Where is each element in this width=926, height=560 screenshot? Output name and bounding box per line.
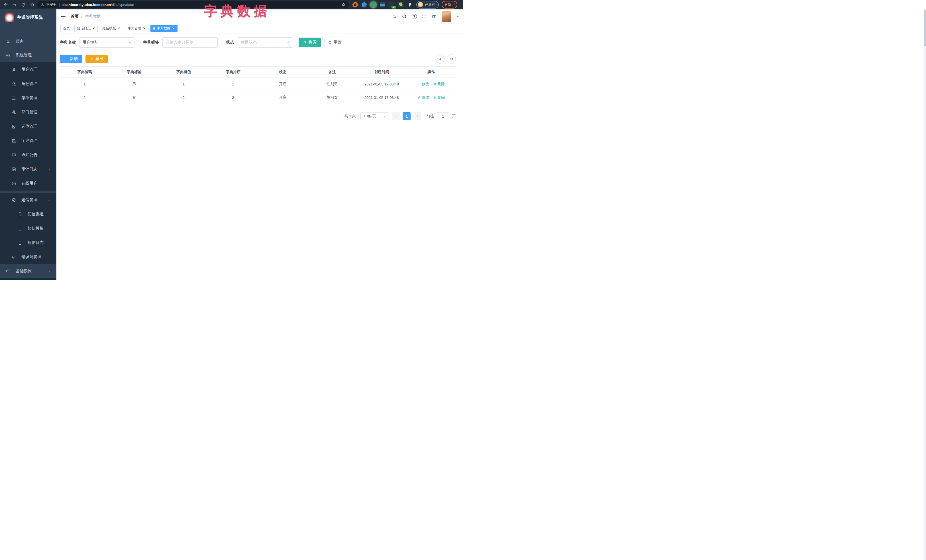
current-page-button[interactable]: 1 <box>402 112 410 120</box>
search-icon <box>438 57 442 61</box>
browser-reload-icon[interactable] <box>21 2 26 7</box>
sidebar-item[interactable]: 部门管理 <box>0 105 56 119</box>
breadcrumb-current: 字典数据 <box>85 14 101 19</box>
edit-link[interactable]: 修改 <box>418 82 429 87</box>
edit-link-label: 修改 <box>422 95 429 100</box>
edit-link[interactable]: 修改 <box>418 95 429 100</box>
sidebar-item[interactable]: 错误码管理 <box>0 250 56 264</box>
fullscreen-icon[interactable] <box>422 14 427 19</box>
help-icon[interactable]: ? <box>412 14 417 19</box>
browser-update-button[interactable]: 更新 <box>442 1 457 9</box>
sidebar-item[interactable]: 短信模板 <box>0 221 56 235</box>
reset-button[interactable]: 重置 <box>324 38 345 47</box>
chevron-up-icon <box>48 198 51 202</box>
cell-remark: 性别男 <box>307 77 357 91</box>
tag-item[interactable]: 短信模板 <box>100 25 123 32</box>
app-title: 芋道管理系统 <box>17 15 43 20</box>
chevron-up-icon <box>48 54 51 57</box>
refresh-table-button[interactable] <box>447 54 456 63</box>
export-button[interactable]: 导出 <box>85 55 108 63</box>
user-avatar[interactable] <box>442 11 451 22</box>
browser-back-icon[interactable] <box>3 2 8 7</box>
delete-link[interactable]: 删除 <box>433 95 445 100</box>
users-icon <box>11 82 16 86</box>
delete-link[interactable]: 删除 <box>433 82 445 87</box>
header-search-icon[interactable] <box>392 14 397 19</box>
address-bar[interactable]: 不安全 dashboard.yudao.iocoder.cn /dict/typ… <box>37 1 349 8</box>
tag-active[interactable]: 字典数据 <box>150 25 177 32</box>
sidebar-item-label: 用户管理 <box>21 67 37 72</box>
tag-item[interactable]: 首页 <box>61 25 73 32</box>
font-size-icon[interactable]: tT <box>432 14 436 19</box>
edit-icon <box>418 96 421 99</box>
dict-name-select[interactable]: 用户性别 <box>79 37 135 48</box>
trash-icon <box>433 96 436 99</box>
goto-label: 前往 <box>427 114 434 119</box>
column-header: 字典标签 <box>109 66 159 77</box>
extension-icon-tabs[interactable] <box>380 2 385 8</box>
close-icon[interactable] <box>172 27 175 30</box>
app-logo[interactable]: 芋道管理系统 <box>0 9 56 25</box>
sidebar-item[interactable]: 短信日志 <box>0 235 56 250</box>
extensions-puzzle-icon[interactable] <box>407 2 412 8</box>
goto-page-input[interactable]: 1 <box>437 112 449 120</box>
browser-forward-icon[interactable] <box>12 2 17 7</box>
bookmark-star-icon[interactable] <box>341 3 346 7</box>
sidebar-item[interactable]: 通知公告 <box>0 148 56 162</box>
sidebar-item-label: 岗位管理 <box>21 124 37 129</box>
sidebar-item[interactable]: 岗位管理 <box>0 119 56 134</box>
sidebar-toggle-icon[interactable] <box>61 14 66 20</box>
column-header: 备注 <box>307 66 357 77</box>
sidebar-item-label: 短信渠道 <box>28 211 44 217</box>
monitor-icon <box>6 269 11 274</box>
extension-icon-gem[interactable] <box>362 2 367 8</box>
sidebar-item[interactable]: 短信管理 <box>0 193 56 207</box>
cell-sort: 2 <box>208 91 258 104</box>
prev-page-button[interactable] <box>392 112 400 120</box>
close-icon[interactable] <box>117 27 121 30</box>
search-button[interactable]: 搜索 <box>299 38 321 47</box>
column-header: 字典键值 <box>159 66 209 77</box>
extension-icon-plant[interactable] <box>398 2 404 8</box>
tree-icon <box>11 110 16 115</box>
sidebar-item[interactable]: 审计日志 <box>0 162 56 176</box>
extension-icon-switch[interactable]: on <box>389 2 394 8</box>
sidebar-item[interactable]: 首页 <box>0 34 56 48</box>
sidebar-item[interactable]: 用户管理 <box>0 62 56 77</box>
sidebar-item[interactable]: 短信渠道 <box>0 207 56 221</box>
total-count-label: 共 2 条 <box>345 114 356 119</box>
browser-profile-chip[interactable]: 已暂停 <box>416 1 439 9</box>
toggle-search-button[interactable] <box>435 54 445 63</box>
dict-name-value: 用户性别 <box>82 40 98 45</box>
page-unit-label: 页 <box>452 114 456 119</box>
extension-icon-check[interactable] <box>371 2 376 8</box>
sidebar-item[interactable]: 系统管理 <box>0 48 56 62</box>
close-icon[interactable] <box>92 27 95 30</box>
book-icon <box>11 139 16 143</box>
breadcrumb-home[interactable]: 首页 <box>71 14 79 19</box>
sidebar-item[interactable]: 基础设施 <box>0 264 56 278</box>
cell-status: 开启 <box>258 91 307 104</box>
sidebar-item[interactable]: 在线用户 <box>0 176 56 190</box>
extension-icon-orange[interactable] <box>353 2 358 8</box>
avatar-caret-icon[interactable] <box>456 16 459 19</box>
status-placeholder: 数据状态 <box>241 40 257 45</box>
delete-link-label: 删除 <box>437 95 445 100</box>
sidebar-item[interactable]: 菜单管理 <box>0 91 56 105</box>
column-header: 状态 <box>258 66 307 77</box>
browser-home-icon[interactable] <box>30 2 35 7</box>
github-icon[interactable] <box>402 14 407 19</box>
phone-icon <box>18 226 23 231</box>
status-select[interactable]: 数据状态 <box>238 37 293 48</box>
page-size-select[interactable]: 10条/页 <box>360 112 389 120</box>
sidebar-item[interactable]: 角色管理 <box>0 77 56 91</box>
tag-item[interactable]: 短信日志 <box>74 25 98 32</box>
next-page-button[interactable] <box>413 112 421 120</box>
browser-menu-icon[interactable] <box>454 3 454 6</box>
sidebar-item[interactable]: 字典管理 <box>0 134 56 148</box>
tag-item[interactable]: 字典管理 <box>125 25 148 32</box>
close-icon[interactable] <box>143 27 146 30</box>
add-button[interactable]: 新增 <box>60 55 82 63</box>
cell-value: 1 <box>159 77 209 91</box>
dict-label-input[interactable]: 请输入字典标签 <box>162 37 218 48</box>
